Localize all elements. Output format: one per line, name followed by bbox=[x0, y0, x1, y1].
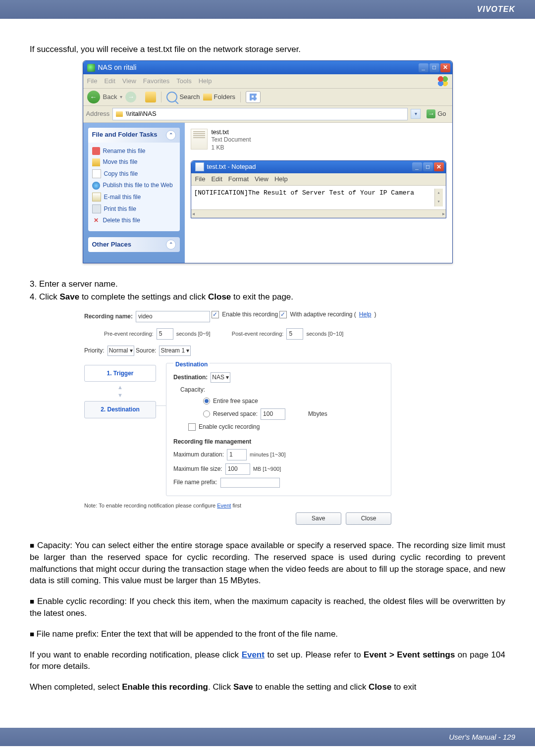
menu-view[interactable]: View bbox=[122, 77, 136, 86]
adaptive-checkbox[interactable] bbox=[279, 311, 287, 318]
vertical-scrollbar[interactable]: ▴ ▾ bbox=[434, 189, 443, 206]
globe-icon bbox=[92, 182, 100, 190]
close-button[interactable]: ✕ bbox=[434, 162, 444, 171]
cyclic-label: Enable cyclic recording bbox=[199, 423, 260, 431]
explorer-window: NAS on ritali _ □ ✕ File Edit View Favor… bbox=[83, 60, 453, 263]
np-menu-help[interactable]: Help bbox=[274, 175, 288, 184]
recording-name-input[interactable]: video bbox=[136, 311, 210, 322]
explorer-toolbar: ← Back ▾ → Search Folders bbox=[83, 89, 452, 106]
cyclic-checkbox[interactable] bbox=[188, 423, 196, 431]
up-button[interactable] bbox=[145, 92, 156, 102]
task-publish[interactable]: Publish this file to the Web bbox=[92, 180, 176, 191]
enable-recording-checkbox[interactable] bbox=[212, 311, 219, 318]
task-email[interactable]: E-mail this file bbox=[92, 191, 176, 203]
event-link[interactable]: Event bbox=[217, 503, 231, 508]
max-duration-input[interactable]: 1 bbox=[227, 449, 247, 460]
notepad-text[interactable]: [NOTIFICATION]The Result of Server Test … bbox=[194, 189, 434, 206]
move-icon bbox=[92, 158, 100, 166]
scroll-down-icon: ▾ bbox=[437, 198, 440, 206]
search-button[interactable]: Search bbox=[166, 92, 200, 102]
explorer-menu: File Edit View Favorites Tools Help bbox=[83, 74, 452, 89]
entire-space-label: Entire free space bbox=[213, 397, 258, 405]
file-item[interactable]: test.txt Text Document 1 KB bbox=[191, 129, 446, 152]
step-trigger[interactable]: 1. Trigger bbox=[84, 365, 156, 382]
post-event-input[interactable]: 5 bbox=[286, 328, 303, 340]
task-label: Delete this file bbox=[103, 216, 140, 225]
reserved-space-radio[interactable] bbox=[203, 410, 210, 417]
np-menu-edit[interactable]: Edit bbox=[211, 175, 222, 184]
destination-label: Destination: bbox=[173, 373, 208, 382]
reserved-space-input[interactable]: 100 bbox=[261, 408, 285, 420]
go-button[interactable]: → Go bbox=[424, 109, 449, 119]
task-label: Move this file bbox=[103, 158, 138, 166]
task-delete[interactable]: ✕Delete this file bbox=[92, 215, 176, 226]
task-copy[interactable]: Copy this file bbox=[92, 168, 176, 180]
entire-space-radio[interactable] bbox=[203, 398, 210, 404]
prefix-input[interactable] bbox=[220, 478, 280, 488]
pre-event-label: Pre-event recording: bbox=[104, 330, 154, 338]
menu-file[interactable]: File bbox=[87, 77, 98, 86]
wizard-steps: 1. Trigger ▲▼ 2. Destination bbox=[84, 363, 156, 496]
collapse-icon[interactable]: ⌃ bbox=[166, 240, 176, 250]
collapse-icon[interactable]: ⌃ bbox=[166, 130, 176, 140]
brand-bar: VIVOTEK bbox=[0, 0, 535, 19]
close-button[interactable]: ✕ bbox=[440, 63, 450, 72]
menu-help[interactable]: Help bbox=[199, 77, 212, 86]
rfm-header: Recording file management bbox=[173, 438, 384, 446]
post-event-suffix: seconds [0~10] bbox=[306, 330, 343, 338]
search-icon bbox=[166, 92, 177, 102]
search-label: Search bbox=[179, 93, 200, 101]
notepad-menu: File Edit Format View Help bbox=[191, 173, 446, 186]
menu-favorites[interactable]: Favorites bbox=[143, 77, 169, 86]
copy-icon bbox=[92, 169, 101, 178]
step-destination[interactable]: 2. Destination bbox=[84, 401, 156, 418]
task-move[interactable]: Move this file bbox=[92, 156, 176, 168]
reserved-space-unit: Mbytes bbox=[308, 410, 327, 418]
maximize-button[interactable]: □ bbox=[423, 162, 433, 171]
pre-event-input[interactable]: 5 bbox=[157, 328, 173, 340]
page-number: 129 bbox=[503, 733, 515, 741]
forward-button[interactable]: → bbox=[125, 92, 136, 102]
task-label: Publish this file to the Web bbox=[103, 181, 173, 190]
horizontal-scrollbar[interactable]: ◂ ▸ bbox=[191, 209, 446, 218]
folders-button[interactable]: Folders bbox=[203, 93, 235, 101]
task-print[interactable]: Print this file bbox=[92, 203, 176, 215]
delete-icon: ✕ bbox=[92, 216, 100, 224]
views-button[interactable] bbox=[246, 91, 261, 103]
np-menu-file[interactable]: File bbox=[195, 175, 206, 184]
post-event-label: Post-event recording: bbox=[232, 330, 284, 338]
scroll-up-icon: ▴ bbox=[437, 189, 440, 198]
notepad-title: test.txt - Notepad bbox=[207, 162, 412, 171]
task-rename[interactable]: Rename this file bbox=[92, 146, 176, 157]
back-button[interactable]: ← bbox=[87, 91, 100, 103]
minimize-button[interactable]: _ bbox=[412, 162, 422, 171]
back-dropdown-icon[interactable]: ▾ bbox=[120, 94, 122, 101]
np-menu-view[interactable]: View bbox=[255, 175, 268, 184]
notification-paragraph: If you want to enable recording notifica… bbox=[30, 649, 505, 673]
folder-icon bbox=[203, 94, 212, 101]
maximize-button[interactable]: □ bbox=[429, 63, 439, 72]
file-name: test.txt bbox=[212, 129, 251, 137]
close-button[interactable]: Close bbox=[346, 512, 391, 525]
menu-edit[interactable]: Edit bbox=[104, 77, 115, 86]
max-duration-suffix: minutes [1~30] bbox=[250, 451, 285, 458]
file-list-pane: test.txt Text Document 1 KB test.txt - N… bbox=[185, 123, 452, 263]
arrow-down-icon: ▲▼ bbox=[84, 384, 156, 399]
minimize-button[interactable]: _ bbox=[419, 63, 428, 72]
menu-tools[interactable]: Tools bbox=[176, 77, 191, 86]
event-link[interactable]: Event bbox=[242, 650, 265, 659]
help-link[interactable]: Help bbox=[359, 310, 372, 319]
max-size-input[interactable]: 100 bbox=[225, 463, 250, 475]
source-select[interactable]: Stream 1 ▾ bbox=[159, 346, 191, 356]
adaptive-label: With adaptive recording ( bbox=[290, 310, 356, 319]
priority-select[interactable]: Normal ▾ bbox=[107, 346, 134, 356]
other-places: Other Places ⌃ bbox=[88, 237, 180, 252]
np-menu-format[interactable]: Format bbox=[228, 175, 249, 184]
save-button[interactable]: Save bbox=[296, 512, 341, 525]
address-input[interactable]: \\ritali\NAS bbox=[112, 108, 408, 120]
task-label: Copy this file bbox=[104, 170, 138, 178]
address-dropdown[interactable]: ▾ bbox=[411, 109, 421, 119]
recording-form: Recording name: video Enable this record… bbox=[84, 307, 391, 525]
destination-select[interactable]: NAS ▾ bbox=[211, 372, 230, 383]
prefix-label: File name prefix: bbox=[173, 478, 217, 487]
